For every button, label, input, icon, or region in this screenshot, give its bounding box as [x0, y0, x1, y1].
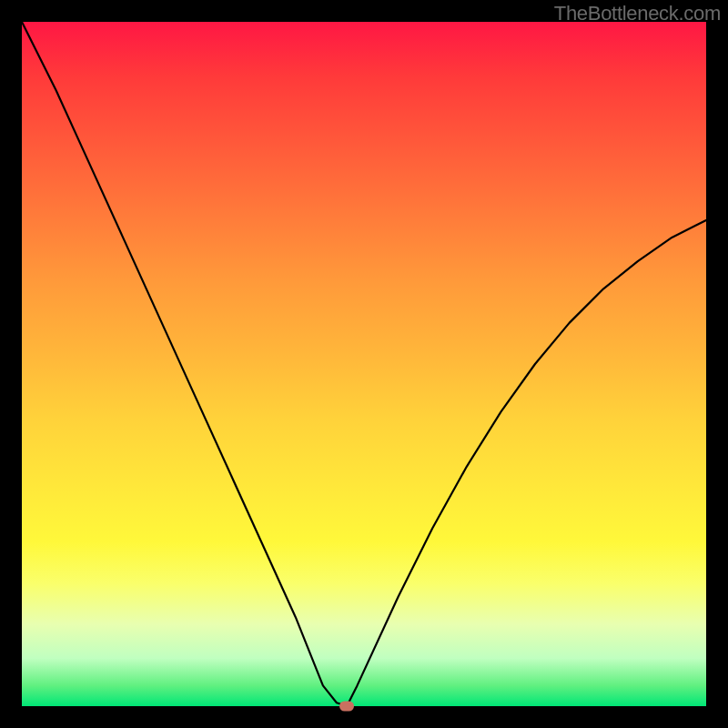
chart-container: TheBottleneck.com	[0, 0, 728, 728]
optimal-point-marker	[339, 702, 354, 712]
plot-area	[22, 22, 706, 706]
bottleneck-curve	[22, 22, 706, 706]
